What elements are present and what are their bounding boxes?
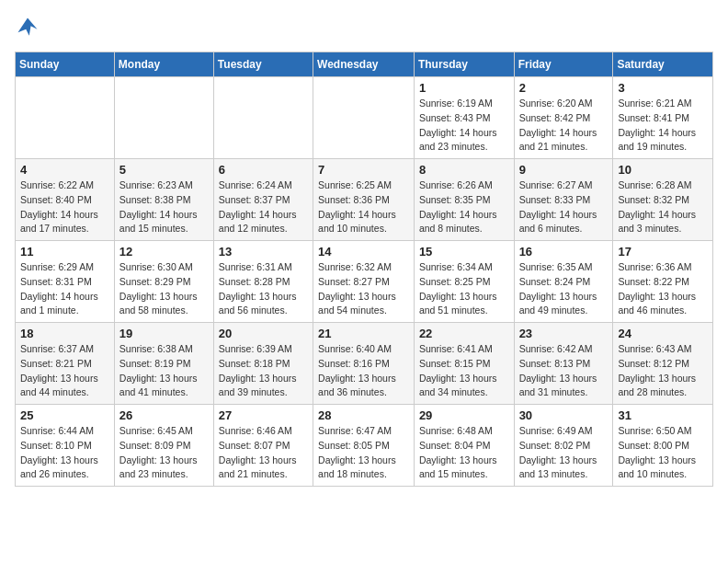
calendar-table: SundayMondayTuesdayWednesdayThursdayFrid… — [15, 52, 713, 487]
calendar-day-cell: 7Sunrise: 6:25 AM Sunset: 8:36 PM Daylig… — [313, 159, 415, 241]
day-number: 20 — [219, 327, 308, 340]
day-info: Sunrise: 6:46 AM Sunset: 8:07 PM Dayligh… — [219, 424, 308, 482]
calendar-day-cell: 19Sunrise: 6:38 AM Sunset: 8:19 PM Dayli… — [114, 323, 213, 405]
day-info: Sunrise: 6:45 AM Sunset: 8:09 PM Dayligh… — [119, 424, 209, 482]
day-number: 17 — [618, 245, 708, 259]
day-info: Sunrise: 6:30 AM Sunset: 8:29 PM Dayligh… — [119, 260, 209, 318]
day-info: Sunrise: 6:48 AM Sunset: 8:04 PM Dayligh… — [419, 424, 509, 482]
day-number: 2 — [519, 81, 609, 95]
day-number: 12 — [119, 245, 209, 259]
day-info: Sunrise: 6:26 AM Sunset: 8:35 PM Dayligh… — [419, 178, 509, 236]
calendar-day-cell: 14Sunrise: 6:32 AM Sunset: 8:27 PM Dayli… — [313, 241, 415, 323]
calendar-day-cell: 29Sunrise: 6:48 AM Sunset: 8:04 PM Dayli… — [414, 405, 514, 487]
calendar-day-cell — [114, 77, 213, 159]
day-info: Sunrise: 6:40 AM Sunset: 8:16 PM Dayligh… — [318, 342, 409, 400]
day-number: 29 — [419, 408, 509, 422]
day-number: 9 — [519, 163, 609, 177]
day-number: 10 — [618, 163, 708, 177]
calendar-day-cell: 21Sunrise: 6:40 AM Sunset: 8:16 PM Dayli… — [313, 323, 415, 405]
day-number: 13 — [219, 245, 308, 259]
day-info: Sunrise: 6:31 AM Sunset: 8:28 PM Dayligh… — [219, 260, 308, 318]
day-number: 26 — [119, 408, 209, 422]
day-info: Sunrise: 6:41 AM Sunset: 8:15 PM Dayligh… — [419, 342, 509, 400]
day-number: 18 — [20, 327, 109, 340]
calendar-week-row: 11Sunrise: 6:29 AM Sunset: 8:31 PM Dayli… — [16, 241, 713, 323]
calendar-day-cell — [313, 77, 415, 159]
day-number: 7 — [318, 163, 409, 177]
day-info: Sunrise: 6:37 AM Sunset: 8:21 PM Dayligh… — [20, 342, 109, 400]
calendar-day-cell: 10Sunrise: 6:28 AM Sunset: 8:32 PM Dayli… — [613, 159, 713, 241]
day-of-week-header: Wednesday — [313, 52, 415, 77]
calendar-day-cell: 6Sunrise: 6:24 AM Sunset: 8:37 PM Daylig… — [213, 159, 313, 241]
calendar-day-cell: 8Sunrise: 6:26 AM Sunset: 8:35 PM Daylig… — [414, 159, 514, 241]
page-header — [15, 15, 713, 40]
svg-marker-0 — [18, 18, 38, 36]
calendar-day-cell: 22Sunrise: 6:41 AM Sunset: 8:15 PM Dayli… — [414, 323, 514, 405]
day-info: Sunrise: 6:34 AM Sunset: 8:25 PM Dayligh… — [419, 260, 509, 318]
day-number: 8 — [419, 163, 509, 177]
day-info: Sunrise: 6:39 AM Sunset: 8:18 PM Dayligh… — [219, 342, 308, 400]
calendar-day-cell: 20Sunrise: 6:39 AM Sunset: 8:18 PM Dayli… — [213, 323, 313, 405]
day-number: 16 — [519, 245, 609, 259]
day-number: 6 — [219, 163, 308, 177]
day-info: Sunrise: 6:24 AM Sunset: 8:37 PM Dayligh… — [219, 178, 308, 236]
calendar-day-cell: 2Sunrise: 6:20 AM Sunset: 8:42 PM Daylig… — [514, 77, 613, 159]
calendar-day-cell: 3Sunrise: 6:21 AM Sunset: 8:41 PM Daylig… — [613, 77, 713, 159]
day-info: Sunrise: 6:36 AM Sunset: 8:22 PM Dayligh… — [618, 260, 708, 318]
day-number: 23 — [519, 327, 609, 340]
day-number: 4 — [20, 163, 109, 177]
day-info: Sunrise: 6:20 AM Sunset: 8:42 PM Dayligh… — [519, 97, 609, 155]
calendar-day-cell — [16, 77, 115, 159]
day-info: Sunrise: 6:50 AM Sunset: 8:00 PM Dayligh… — [618, 424, 708, 482]
calendar-day-cell: 25Sunrise: 6:44 AM Sunset: 8:10 PM Dayli… — [16, 405, 115, 487]
day-info: Sunrise: 6:19 AM Sunset: 8:43 PM Dayligh… — [419, 97, 509, 155]
calendar-day-cell: 18Sunrise: 6:37 AM Sunset: 8:21 PM Dayli… — [16, 323, 115, 405]
day-info: Sunrise: 6:27 AM Sunset: 8:33 PM Dayligh… — [519, 178, 609, 236]
calendar-week-row: 25Sunrise: 6:44 AM Sunset: 8:10 PM Dayli… — [16, 405, 713, 487]
day-info: Sunrise: 6:35 AM Sunset: 8:24 PM Dayligh… — [519, 260, 609, 318]
day-number: 25 — [20, 408, 109, 422]
calendar-day-cell: 11Sunrise: 6:29 AM Sunset: 8:31 PM Dayli… — [16, 241, 115, 323]
day-number: 30 — [519, 408, 609, 422]
calendar-day-cell: 15Sunrise: 6:34 AM Sunset: 8:25 PM Dayli… — [414, 241, 514, 323]
day-number: 11 — [20, 245, 109, 259]
day-info: Sunrise: 6:43 AM Sunset: 8:12 PM Dayligh… — [618, 342, 708, 400]
calendar-header-row: SundayMondayTuesdayWednesdayThursdayFrid… — [16, 52, 713, 77]
logo-bird-icon — [15, 15, 40, 40]
calendar-day-cell: 23Sunrise: 6:42 AM Sunset: 8:13 PM Dayli… — [514, 323, 613, 405]
day-info: Sunrise: 6:44 AM Sunset: 8:10 PM Dayligh… — [20, 424, 109, 482]
calendar-day-cell: 24Sunrise: 6:43 AM Sunset: 8:12 PM Dayli… — [613, 323, 713, 405]
day-info: Sunrise: 6:42 AM Sunset: 8:13 PM Dayligh… — [519, 342, 609, 400]
calendar-week-row: 4Sunrise: 6:22 AM Sunset: 8:40 PM Daylig… — [16, 159, 713, 241]
day-of-week-header: Friday — [514, 52, 613, 77]
calendar-day-cell — [213, 77, 313, 159]
calendar-day-cell: 9Sunrise: 6:27 AM Sunset: 8:33 PM Daylig… — [514, 159, 613, 241]
calendar-day-cell: 27Sunrise: 6:46 AM Sunset: 8:07 PM Dayli… — [213, 405, 313, 487]
calendar-day-cell: 4Sunrise: 6:22 AM Sunset: 8:40 PM Daylig… — [16, 159, 115, 241]
calendar-day-cell: 31Sunrise: 6:50 AM Sunset: 8:00 PM Dayli… — [613, 405, 713, 487]
day-number: 24 — [618, 327, 708, 340]
day-number: 22 — [419, 327, 509, 340]
day-info: Sunrise: 6:29 AM Sunset: 8:31 PM Dayligh… — [20, 260, 109, 318]
day-number: 5 — [119, 163, 209, 177]
day-info: Sunrise: 6:28 AM Sunset: 8:32 PM Dayligh… — [618, 178, 708, 236]
day-number: 3 — [618, 81, 708, 95]
day-info: Sunrise: 6:23 AM Sunset: 8:38 PM Dayligh… — [119, 178, 209, 236]
day-number: 21 — [318, 327, 409, 340]
calendar-day-cell: 26Sunrise: 6:45 AM Sunset: 8:09 PM Dayli… — [114, 405, 213, 487]
calendar-day-cell: 30Sunrise: 6:49 AM Sunset: 8:02 PM Dayli… — [514, 405, 613, 487]
day-of-week-header: Tuesday — [213, 52, 313, 77]
day-of-week-header: Saturday — [613, 52, 713, 77]
day-info: Sunrise: 6:21 AM Sunset: 8:41 PM Dayligh… — [618, 97, 708, 155]
day-number: 28 — [318, 408, 409, 422]
calendar-day-cell: 12Sunrise: 6:30 AM Sunset: 8:29 PM Dayli… — [114, 241, 213, 323]
day-number: 1 — [419, 81, 509, 95]
calendar-day-cell: 1Sunrise: 6:19 AM Sunset: 8:43 PM Daylig… — [414, 77, 514, 159]
calendar-day-cell: 13Sunrise: 6:31 AM Sunset: 8:28 PM Dayli… — [213, 241, 313, 323]
logo — [15, 15, 44, 40]
calendar-week-row: 18Sunrise: 6:37 AM Sunset: 8:21 PM Dayli… — [16, 323, 713, 405]
day-info: Sunrise: 6:32 AM Sunset: 8:27 PM Dayligh… — [318, 260, 409, 318]
day-info: Sunrise: 6:25 AM Sunset: 8:36 PM Dayligh… — [318, 178, 409, 236]
day-of-week-header: Monday — [114, 52, 213, 77]
day-number: 19 — [119, 327, 209, 340]
